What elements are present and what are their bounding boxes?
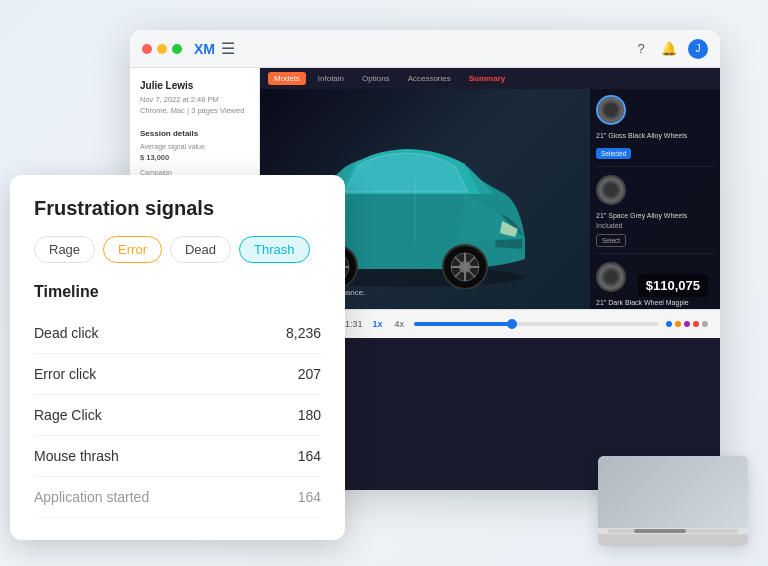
tab-infotain[interactable]: Infotain: [312, 72, 350, 85]
label-error-click: Error click: [34, 366, 96, 382]
xm-logo: XM ☰: [194, 39, 235, 58]
scrollbar-thumb: [634, 529, 686, 533]
progress-dots: [666, 321, 708, 327]
logo-text: XM: [194, 41, 215, 57]
dot-orange: [675, 321, 681, 327]
avatar[interactable]: J: [688, 39, 708, 59]
timeline-row-mouse-thrash: Mouse thrash 164: [34, 436, 321, 477]
user-name: Julie Lewis: [140, 80, 249, 91]
wheel-thumb-2: [596, 175, 626, 205]
tag-rage[interactable]: Rage: [34, 236, 95, 263]
timeline-row-error-click: Error click 207: [34, 354, 321, 395]
session-details-label: Session details: [140, 129, 249, 138]
progress-bar[interactable]: [414, 322, 658, 326]
value-mouse-thrash: 164: [298, 448, 321, 464]
frustration-signals-card: Frustration signals Rage Error Dead Thra…: [10, 175, 345, 540]
timeline-row-rage-click: Rage Click 180: [34, 395, 321, 436]
progress-thumb: [507, 319, 517, 329]
card-title: Frustration signals: [34, 197, 321, 220]
avg-signal-value: $ 13,000: [140, 153, 249, 162]
user-info: Julie Lewis Nov 7, 2022 at 2:48 PM Chrom…: [140, 80, 249, 117]
label-rage-click: Rage Click: [34, 407, 102, 423]
thumbnail-preview: [598, 456, 748, 528]
user-browser: Chrome, Mac | 3 pages Viewed: [140, 105, 249, 116]
scrollbar-track: [608, 529, 738, 533]
user-date: Nov 7, 2022 at 2:48 PM: [140, 94, 249, 105]
wheel-option-1: 21" Gloss Black Alloy Wheels Selected: [596, 95, 714, 167]
thumbnail-scrollbar[interactable]: [598, 528, 748, 534]
close-dot: [142, 44, 152, 54]
dot-red: [693, 321, 699, 327]
wheel-price-2: Included: [596, 222, 714, 229]
minimize-dot: [157, 44, 167, 54]
label-mouse-thrash: Mouse thrash: [34, 448, 119, 464]
car-price: $110,075: [638, 274, 708, 297]
wheel-option-2: 21" Space Grey Alloy Wheels Included Sel…: [596, 175, 714, 254]
dot-gray: [702, 321, 708, 327]
timeline-row-dead-click: Dead click 8,236: [34, 313, 321, 354]
wheel-select-btn-1[interactable]: Selected: [596, 148, 631, 159]
wheel-name-1: 21" Gloss Black Alloy Wheels: [596, 131, 714, 140]
value-dead-click: 8,236: [286, 325, 321, 341]
signal-tags-row: Rage Error Dead Thrash: [34, 236, 321, 263]
speed-4x-button[interactable]: 4x: [393, 319, 407, 329]
tag-dead[interactable]: Dead: [170, 236, 231, 263]
avg-signal-label: Average signal value: [140, 142, 249, 152]
label-dead-click: Dead click: [34, 325, 99, 341]
speed-1x-button[interactable]: 1x: [371, 319, 385, 329]
value-rage-click: 180: [298, 407, 321, 423]
browser-topbar: XM ☰ ? 🔔 J: [130, 30, 720, 68]
tab-summary[interactable]: Summary: [463, 72, 511, 85]
value-error-click: 207: [298, 366, 321, 382]
tag-error[interactable]: Error: [103, 236, 162, 263]
wheel-select-btn-2[interactable]: Select: [596, 234, 626, 247]
window-controls: [142, 44, 182, 54]
maximize-dot: [172, 44, 182, 54]
wheel-thumb-1: [596, 95, 626, 125]
bell-icon[interactable]: 🔔: [660, 40, 678, 58]
thumbnail-panel: [598, 456, 748, 546]
wheel-name-2: 21" Space Grey Alloy Wheels: [596, 211, 714, 220]
tab-accessories[interactable]: Accessories: [402, 72, 457, 85]
nav-tabs-bar: Models Infotain Options Accessories Summ…: [260, 68, 720, 89]
wheel-name-3: 21" Dark Black Wheel Magpie: [596, 298, 714, 307]
menu-icon[interactable]: ☰: [221, 39, 235, 58]
tab-models[interactable]: Models: [268, 72, 306, 85]
tab-options[interactable]: Options: [356, 72, 396, 85]
tag-thrash[interactable]: Thrash: [239, 236, 309, 263]
topbar-icons: ? 🔔 J: [632, 39, 708, 59]
timeline-table: Dead click 8,236 Error click 207 Rage Cl…: [34, 313, 321, 518]
timeline-row-app-started: Application started 164: [34, 477, 321, 518]
timeline-title: Timeline: [34, 283, 321, 301]
value-app-started: 164: [298, 489, 321, 505]
dot-blue: [666, 321, 672, 327]
wheel-thumb-3: [596, 262, 626, 292]
dot-purple: [684, 321, 690, 327]
label-app-started: Application started: [34, 489, 149, 505]
progress-fill: [414, 322, 512, 326]
help-icon[interactable]: ?: [632, 40, 650, 58]
